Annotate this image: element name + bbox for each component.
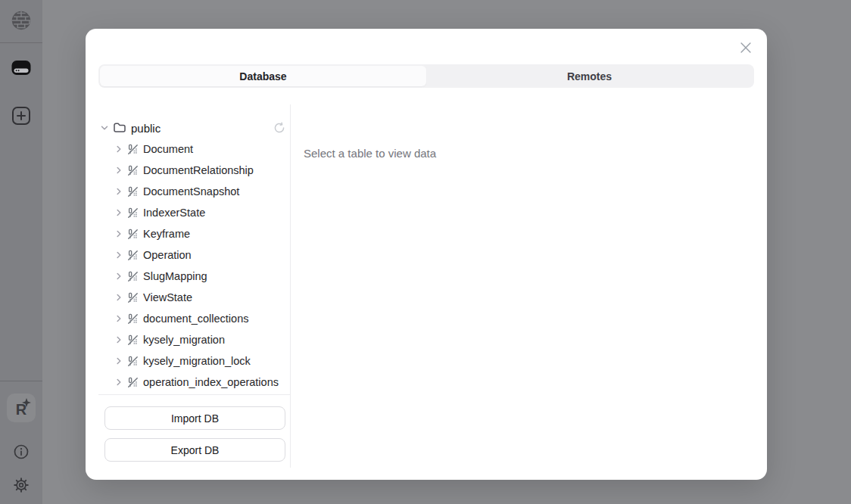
- sparkle-icon: [22, 398, 31, 407]
- info-icon[interactable]: [13, 443, 30, 460]
- table-row[interactable]: DocumentSnapshot: [98, 181, 290, 202]
- table-name: DocumentSnapshot: [143, 185, 239, 198]
- database-dialog: Database Remotes public: [86, 29, 767, 480]
- table-icon: [127, 144, 139, 155]
- table-row[interactable]: IndexerState: [98, 202, 290, 223]
- table-name: document_collections: [143, 313, 248, 325]
- table-row[interactable]: Document: [98, 138, 290, 160]
- table-icon: [127, 356, 139, 367]
- drive-icon[interactable]: [9, 55, 33, 79]
- table-name: IndexerState: [143, 207, 205, 219]
- chevron-right-icon[interactable]: [114, 187, 123, 196]
- table-name: Operation: [143, 249, 192, 261]
- table-name: SlugMapping: [143, 270, 207, 282]
- table-icon: [127, 313, 139, 325]
- schema-row-public[interactable]: public: [98, 117, 290, 138]
- table-row[interactable]: SlugMapping: [98, 266, 290, 287]
- settings-gear-icon[interactable]: [13, 477, 30, 493]
- table-name: kysely_migration_lock: [143, 355, 251, 367]
- table-icon: [127, 292, 139, 303]
- sidebar-divider-top: [0, 42, 42, 43]
- export-db-button[interactable]: Export DB: [104, 438, 285, 462]
- actions-divider: [98, 394, 290, 395]
- table-icon: [127, 271, 139, 282]
- table-row[interactable]: operation_index_operations: [98, 372, 290, 393]
- table-row[interactable]: Keyframe: [98, 223, 290, 244]
- chevron-right-icon[interactable]: [114, 229, 123, 238]
- table-name: Keyframe: [143, 228, 190, 240]
- table-icon: [127, 207, 139, 219]
- chevron-right-icon[interactable]: [114, 378, 123, 387]
- table-row[interactable]: Operation: [98, 244, 290, 266]
- table-name: operation_index_operations: [143, 376, 279, 388]
- sidebar-divider-bottom: [0, 381, 42, 381]
- close-icon[interactable]: [737, 39, 754, 56]
- tab-remotes[interactable]: Remotes: [426, 66, 753, 86]
- table-icon: [127, 377, 139, 388]
- table-icon: [127, 186, 139, 198]
- table-name: ViewState: [143, 291, 192, 303]
- table-icon: [127, 334, 139, 346]
- r-sparkle-logo[interactable]: R: [7, 394, 36, 422]
- globe-logo-icon[interactable]: [10, 9, 33, 32]
- schema-label: public: [131, 122, 161, 135]
- schema-tree: public: [98, 117, 290, 393]
- chevron-right-icon[interactable]: [114, 356, 123, 366]
- empty-state-text: Select a table to view data: [304, 147, 436, 160]
- add-new-icon[interactable]: [11, 105, 32, 126]
- chevron-down-icon[interactable]: [100, 123, 109, 132]
- table-row[interactable]: kysely_migration_lock: [98, 350, 290, 372]
- folder-icon: [113, 122, 126, 134]
- table-name: DocumentRelationship: [143, 164, 254, 176]
- table-icon: [127, 250, 139, 261]
- table-icon: [127, 165, 139, 176]
- tab-database[interactable]: Database: [100, 66, 426, 86]
- chevron-right-icon[interactable]: [114, 335, 123, 344]
- chevron-right-icon[interactable]: [114, 145, 123, 154]
- chevron-right-icon[interactable]: [114, 208, 123, 217]
- import-db-button[interactable]: Import DB: [104, 406, 285, 430]
- chevron-right-icon[interactable]: [114, 166, 123, 175]
- chevron-right-icon[interactable]: [114, 272, 123, 281]
- table-icon: [127, 229, 139, 240]
- table-name: kysely_migration: [143, 334, 225, 346]
- app-sidebar: R: [0, 0, 42, 504]
- chevron-right-icon[interactable]: [114, 314, 123, 323]
- table-row[interactable]: kysely_migration: [98, 329, 290, 350]
- tab-bar: Database Remotes: [98, 64, 754, 88]
- chevron-right-icon[interactable]: [114, 293, 123, 302]
- table-list: Document: [98, 138, 290, 393]
- refresh-icon[interactable]: [273, 122, 285, 134]
- table-row[interactable]: DocumentRelationship: [98, 160, 290, 181]
- panel-vertical-divider: [290, 104, 291, 468]
- table-row[interactable]: ViewState: [98, 287, 290, 308]
- table-name: Document: [143, 143, 193, 155]
- chevron-right-icon[interactable]: [114, 250, 123, 260]
- table-row[interactable]: document_collections: [98, 308, 290, 329]
